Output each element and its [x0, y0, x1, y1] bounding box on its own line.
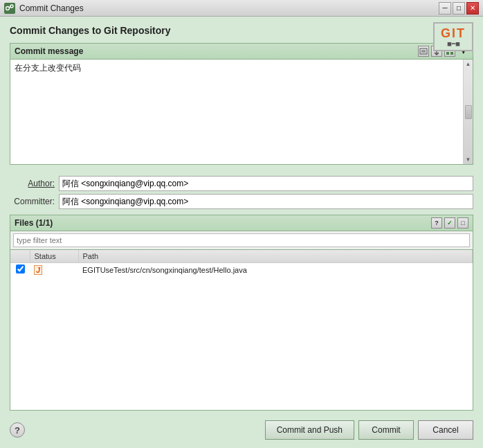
col-path: Path: [78, 250, 473, 263]
commit-message-input-wrapper[interactable]: 在分支上改变代码 ▲ ▼: [10, 60, 473, 165]
cancel-button[interactable]: Cancel: [418, 420, 473, 440]
main-content: GIT ◼━◼ Commit Changes to Git Repository…: [0, 17, 483, 448]
committer-input[interactable]: [59, 194, 473, 209]
filter-row[interactable]: [10, 231, 473, 250]
files-section: Files (1/1) ? ✓ □ Status Path: [10, 215, 473, 411]
window-controls: ─ □ ✕: [439, 2, 479, 15]
files-table-body: J EGITUseTest/src/cn/songxinqiang/test/H…: [10, 263, 473, 277]
author-label: Author:: [10, 179, 55, 188]
svg-rect-9: [446, 52, 449, 55]
file-path: EGITUseTest/src/cn/songxinqiang/test/Hel…: [82, 266, 247, 274]
author-input[interactable]: [59, 176, 473, 191]
help-button[interactable]: ?: [10, 422, 25, 438]
git-logo-sub: ◼━◼: [439, 41, 468, 47]
git-logo: GIT ◼━◼: [433, 22, 473, 51]
committer-row: Committer:: [10, 194, 473, 209]
window-title: Commit Changes: [19, 3, 435, 13]
files-header-icons: ? ✓ □: [431, 217, 468, 229]
files-icon-uncheck[interactable]: □: [457, 217, 468, 229]
commit-message-textarea[interactable]: 在分支上改变代码: [10, 60, 473, 162]
file-type-icon: J: [34, 265, 42, 275]
files-table: Status Path J EGITUseTest/src/cn/songxin: [10, 250, 473, 276]
col-checkbox: [10, 250, 30, 263]
author-label-text: Author:: [28, 179, 55, 188]
files-header: Files (1/1) ? ✓ □: [10, 215, 473, 231]
committer-label: Committer:: [10, 197, 55, 206]
files-label: Files (1/1): [15, 218, 53, 228]
files-icon-help[interactable]: ?: [431, 217, 442, 229]
bottom-buttons: Commit and Push Commit Cancel: [265, 420, 473, 440]
minimize-button[interactable]: ─: [439, 2, 451, 15]
page-title: Commit Changes to Git Repository: [10, 25, 473, 36]
app-icon: [4, 3, 15, 14]
scrollbar[interactable]: ▲ ▼: [463, 60, 473, 164]
filter-input[interactable]: [13, 233, 470, 247]
svg-rect-10: [450, 52, 453, 55]
file-path-cell: EGITUseTest/src/cn/songxinqiang/test/Hel…: [78, 263, 473, 277]
commit-message-label: Commit message: [15, 46, 83, 56]
commit-icon-1[interactable]: [418, 46, 429, 57]
file-checkbox-cell[interactable]: [10, 263, 30, 277]
col-status: Status: [30, 250, 78, 263]
file-checkbox[interactable]: [16, 265, 25, 274]
title-bar: Commit Changes ─ □ ✕: [0, 0, 483, 17]
commit-and-push-button[interactable]: Commit and Push: [265, 420, 354, 440]
svg-rect-3: [420, 48, 427, 54]
table-row[interactable]: J EGITUseTest/src/cn/songxinqiang/test/H…: [10, 263, 473, 277]
maximize-button[interactable]: □: [453, 2, 465, 15]
files-table-container: Status Path J EGITUseTest/src/cn/songxin: [10, 250, 473, 411]
git-logo-text: GIT: [441, 26, 466, 40]
close-button[interactable]: ✕: [466, 2, 479, 15]
svg-point-0: [6, 6, 10, 10]
commit-message-header: Commit message: [10, 43, 473, 60]
commit-message-section: Commit message: [10, 43, 473, 170]
author-row: Author:: [10, 176, 473, 191]
commit-button[interactable]: Commit: [358, 420, 414, 440]
bottom-bar: ? Commit and Push Commit Cancel: [10, 416, 473, 441]
files-table-header: Status Path: [10, 250, 473, 263]
file-status-cell: J: [30, 263, 78, 277]
files-icon-check[interactable]: ✓: [444, 217, 455, 229]
